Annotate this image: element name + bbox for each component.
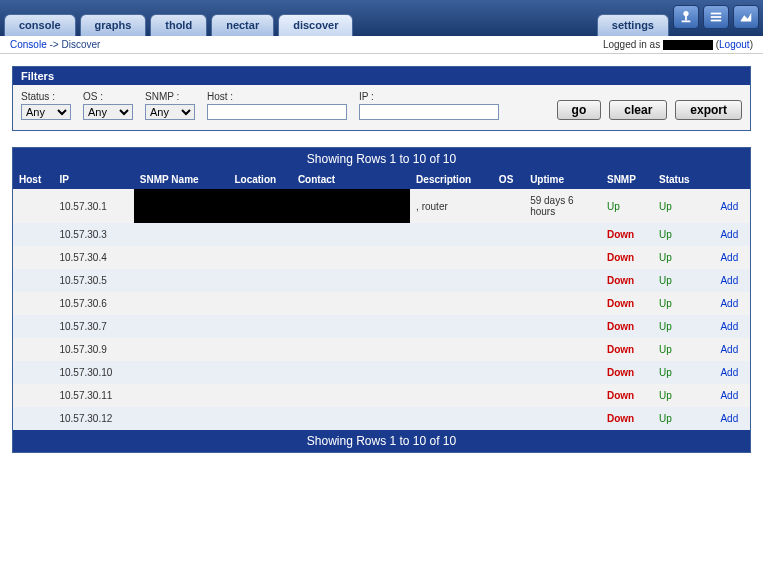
- col-os[interactable]: OS: [493, 170, 524, 189]
- table-row: 10.57.30.5DownUpAdd: [13, 269, 750, 292]
- cell-add[interactable]: Add: [714, 246, 750, 269]
- cell-uptime: [524, 315, 601, 338]
- snmp-select[interactable]: Any: [145, 104, 195, 120]
- breadcrumb: Console -> Discover: [10, 39, 100, 50]
- cell-uptime: [524, 269, 601, 292]
- cell-snmp-name: [134, 269, 229, 292]
- cell-host: [13, 384, 53, 407]
- cell-ip: 10.57.30.4: [53, 246, 133, 269]
- clear-button[interactable]: clear: [609, 100, 667, 120]
- breadcrumb-console-link[interactable]: Console: [10, 39, 47, 50]
- cell-os: [493, 338, 524, 361]
- cell-contact: XXXX: [292, 189, 410, 223]
- cell-contact: [292, 407, 410, 430]
- cell-contact: [292, 384, 410, 407]
- top-nav: console graphs thold nectar discover set…: [0, 0, 763, 36]
- host-input[interactable]: [207, 104, 347, 120]
- cell-host: [13, 315, 53, 338]
- cell-uptime: [524, 338, 601, 361]
- cell-host: [13, 223, 53, 246]
- os-select[interactable]: Any: [83, 104, 133, 120]
- cell-snmp-name: [134, 246, 229, 269]
- cell-status: Up: [653, 189, 714, 223]
- cell-ip: 10.57.30.3: [53, 223, 133, 246]
- cell-status: Up: [653, 315, 714, 338]
- cell-location: [228, 338, 291, 361]
- table-row: 10.57.30.10DownUpAdd: [13, 361, 750, 384]
- cell-ip: 10.57.30.11: [53, 384, 133, 407]
- cell-os: [493, 407, 524, 430]
- cell-snmp: Down: [601, 269, 653, 292]
- go-button[interactable]: go: [557, 100, 602, 120]
- breadcrumb-current: Discover: [61, 39, 100, 50]
- host-label: Host :: [207, 91, 347, 102]
- cell-ip: 10.57.30.5: [53, 269, 133, 292]
- table-row: 10.57.30.11DownUpAdd: [13, 384, 750, 407]
- cell-description: [410, 269, 493, 292]
- col-host[interactable]: Host: [13, 170, 53, 189]
- status-label: Status :: [21, 91, 71, 102]
- rows-banner-bottom: Showing Rows 1 to 10 of 10: [13, 430, 750, 452]
- cell-description: [410, 246, 493, 269]
- col-location[interactable]: Location: [228, 170, 291, 189]
- cell-uptime: [524, 361, 601, 384]
- export-button[interactable]: export: [675, 100, 742, 120]
- cell-snmp: Down: [601, 223, 653, 246]
- col-snmp-name[interactable]: SNMP Name: [134, 170, 229, 189]
- toolbar-right: [673, 0, 759, 36]
- ip-input[interactable]: [359, 104, 499, 120]
- cell-ip: 10.57.30.1: [53, 189, 133, 223]
- cell-uptime: [524, 384, 601, 407]
- cell-snmp-name: [134, 292, 229, 315]
- results-panel: Showing Rows 1 to 10 of 10 Host IP SNMP …: [12, 147, 751, 453]
- cell-os: [493, 269, 524, 292]
- username-redacted: [663, 40, 713, 50]
- cell-snmp-name: [134, 315, 229, 338]
- cell-contact: [292, 246, 410, 269]
- tab-discover[interactable]: discover: [278, 14, 353, 36]
- list-icon[interactable]: [703, 5, 729, 29]
- tab-settings[interactable]: settings: [597, 14, 669, 36]
- col-snmp[interactable]: SNMP: [601, 170, 653, 189]
- status-select[interactable]: Any: [21, 104, 71, 120]
- cell-contact: [292, 269, 410, 292]
- cell-add[interactable]: Add: [714, 269, 750, 292]
- cell-contact: [292, 338, 410, 361]
- cell-snmp-name: [134, 361, 229, 384]
- svg-rect-3: [711, 13, 722, 15]
- cell-add[interactable]: Add: [714, 292, 750, 315]
- cell-add[interactable]: Add: [714, 338, 750, 361]
- tab-nectar[interactable]: nectar: [211, 14, 274, 36]
- cell-host: [13, 269, 53, 292]
- cell-snmp: Down: [601, 384, 653, 407]
- cell-add[interactable]: Add: [714, 361, 750, 384]
- tab-console[interactable]: console: [4, 14, 76, 36]
- table-row: 10.57.30.6DownUpAdd: [13, 292, 750, 315]
- rows-banner-top: Showing Rows 1 to 10 of 10: [13, 148, 750, 170]
- cell-status: Up: [653, 384, 714, 407]
- cell-add[interactable]: Add: [714, 223, 750, 246]
- col-contact[interactable]: Contact: [292, 170, 410, 189]
- breadcrumb-bar: Console -> Discover Logged in as (Logout…: [0, 36, 763, 54]
- cell-contact: [292, 361, 410, 384]
- cell-location: XXXX: [228, 189, 291, 223]
- cell-status: Up: [653, 246, 714, 269]
- cell-description: [410, 338, 493, 361]
- tab-thold[interactable]: thold: [150, 14, 207, 36]
- preview-icon[interactable]: [733, 5, 759, 29]
- cell-add[interactable]: Add: [714, 189, 750, 223]
- cell-add[interactable]: Add: [714, 384, 750, 407]
- tree-icon[interactable]: [673, 5, 699, 29]
- cell-os: [493, 361, 524, 384]
- col-status[interactable]: Status: [653, 170, 714, 189]
- cell-location: [228, 292, 291, 315]
- col-description[interactable]: Description: [410, 170, 493, 189]
- logout-link[interactable]: Logout: [719, 39, 750, 50]
- col-uptime[interactable]: Uptime: [524, 170, 601, 189]
- col-ip[interactable]: IP: [53, 170, 133, 189]
- cell-os: [493, 189, 524, 223]
- tab-graphs[interactable]: graphs: [80, 14, 147, 36]
- cell-add[interactable]: Add: [714, 315, 750, 338]
- cell-add[interactable]: Add: [714, 407, 750, 430]
- cell-os: [493, 292, 524, 315]
